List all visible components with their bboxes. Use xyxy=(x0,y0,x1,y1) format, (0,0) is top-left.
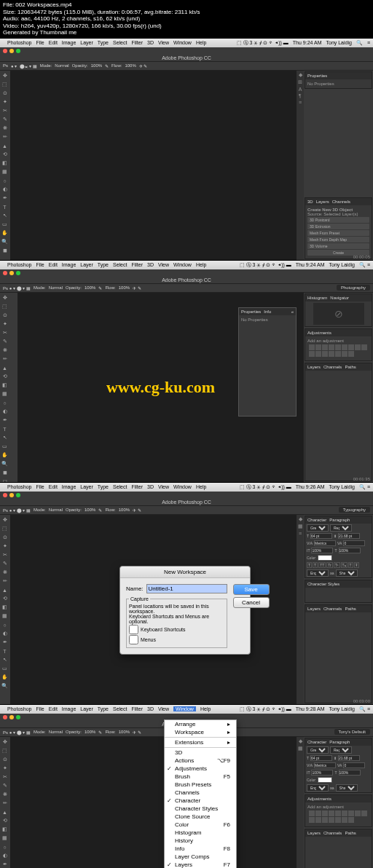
menu-item-layers[interactable]: LayersF7 xyxy=(165,861,236,868)
canvas[interactable] xyxy=(10,71,297,260)
menu-item-workspace[interactable]: Workspace▸ xyxy=(165,728,236,736)
type-tool[interactable]: T xyxy=(1,203,9,211)
flow-value[interactable]: 100% xyxy=(125,63,136,68)
3d-extrusion[interactable]: 3D Extrusion xyxy=(307,224,369,229)
menu-window-open[interactable]: Window xyxy=(173,706,196,711)
panel-icon[interactable]: ≡ xyxy=(297,100,303,105)
3d-postcard[interactable]: 3D Postcard xyxy=(307,217,369,223)
mesh-preset[interactable]: Mesh From Preset xyxy=(307,230,369,236)
stamp-tool[interactable]: ▲ xyxy=(1,142,9,150)
brush-preset[interactable]: ● ▾ xyxy=(11,63,17,68)
menu-help[interactable]: Help xyxy=(196,40,206,45)
lasso-tool[interactable]: ⊙ xyxy=(1,90,9,98)
menu-item-brush-presets[interactable]: Brush Presets xyxy=(165,781,236,789)
heal-tool[interactable]: ❋ xyxy=(1,125,9,133)
workspace-badge[interactable]: Tony's Default xyxy=(334,729,371,735)
capture-fieldset: Capture Panel locations will be saved in… xyxy=(126,596,227,648)
char-styles-panel: Character Styles xyxy=(305,580,372,603)
menu-item-extensions[interactable]: Extensions▸ xyxy=(165,738,236,746)
menu-item-clone-source[interactable]: Clone Source xyxy=(165,813,236,821)
panel-dock: CharacterParagraph Great VibesRegular T⬍… xyxy=(304,737,373,868)
move-tool[interactable]: ✥ xyxy=(1,72,9,80)
menu-edit[interactable]: Edit xyxy=(49,40,58,45)
color-swatch[interactable] xyxy=(318,555,332,561)
brush-tool[interactable]: ✏ xyxy=(1,133,9,141)
menu-item-actions[interactable]: Actions⌥F9 xyxy=(165,757,236,765)
floating-properties[interactable]: PropertiesInfo« No Properties xyxy=(238,307,297,417)
colors[interactable]: ◼ xyxy=(1,247,9,255)
menu-item-layer-comps[interactable]: Layer Comps xyxy=(165,853,236,861)
dodge-tool[interactable]: ◐ xyxy=(1,186,9,194)
menu-file[interactable]: File xyxy=(36,40,44,45)
3d-volume[interactable]: 3D Volume xyxy=(307,243,369,249)
menubar-icons: ⬚ Ⓐ 3 ⚹ ᚋ ⊙ ᯤ ◀)) ▬ xyxy=(237,39,288,47)
toolbox: ✥⬚⊙✦✂✎❋✏▲⟲◧▦○◐✒T↖▭✋🔍◼◻ xyxy=(0,293,17,482)
character-panel: CharacterParagraph Great VibesRegular T⬍… xyxy=(305,738,372,793)
notif-icon[interactable]: ≡ xyxy=(367,40,370,45)
histogram-panel: HistogramNavigator ⊘ xyxy=(305,293,372,327)
new-workspace-dialog: New Workspace Name: Capture Panel locati… xyxy=(119,566,251,655)
menu-item-histogram[interactable]: Histogram xyxy=(165,829,236,837)
workspace-badge[interactable]: Typography xyxy=(339,507,370,513)
save-button[interactable]: Save xyxy=(233,584,270,595)
pressure-icon[interactable]: ✎ xyxy=(105,63,109,68)
menu-type[interactable]: Type xyxy=(98,40,109,45)
airbrush-icon[interactable]: ✈ ✎ xyxy=(139,63,148,68)
blur-tool[interactable]: ○ xyxy=(1,177,9,185)
canvas[interactable] xyxy=(10,737,297,868)
menu-item-3d[interactable]: 3D xyxy=(165,749,236,757)
menu-3d[interactable]: 3D xyxy=(147,40,154,45)
properties-panel: Properties No Properties xyxy=(305,71,372,89)
watermark: www.cg-ku.com xyxy=(106,378,215,397)
layers-panel: LayersChannelsPaths xyxy=(305,829,372,868)
menus-check[interactable] xyxy=(129,635,138,644)
hand-tool[interactable]: ✋ xyxy=(1,229,9,237)
menu-image[interactable]: Image xyxy=(62,40,76,45)
menu-photoshop[interactable]: Photoshop xyxy=(7,40,31,45)
menu-item-brush[interactable]: BrushF5 xyxy=(165,773,236,781)
menu-item-adjustments[interactable]: Adjustments xyxy=(165,765,236,773)
pen-tool[interactable]: ✒ xyxy=(1,194,9,202)
spotlight-icon[interactable]: 🔍 xyxy=(356,40,363,46)
cancel-button[interactable]: Cancel xyxy=(233,597,270,608)
crop-tool[interactable]: ✂ xyxy=(1,107,9,115)
zoom-button[interactable] xyxy=(16,49,20,53)
menu-item-info[interactable]: InfoF8 xyxy=(165,845,236,853)
menu-item-character-styles[interactable]: Character Styles xyxy=(165,805,236,813)
wand-tool[interactable]: ✦ xyxy=(1,98,9,106)
menu-item-channels[interactable]: Channels xyxy=(165,789,236,797)
workspace-name-input[interactable] xyxy=(146,584,227,593)
close-button[interactable] xyxy=(3,49,7,53)
eraser-tool[interactable]: ◧ xyxy=(1,159,9,167)
menu-item-arrange[interactable]: Arrange▸ xyxy=(165,720,236,728)
panel-icon[interactable]: ¶ xyxy=(297,93,303,98)
eyedrop-tool[interactable]: ✎ xyxy=(1,116,9,124)
menu-select[interactable]: Select xyxy=(113,40,127,45)
minimize-button[interactable] xyxy=(9,49,14,53)
mode-select[interactable]: Normal xyxy=(55,63,68,68)
history-tool[interactable]: ⟲ xyxy=(1,151,9,159)
marquee-tool[interactable]: ⬚ xyxy=(1,81,9,89)
kb-shortcuts-check[interactable] xyxy=(129,625,138,634)
mesh-depth[interactable]: Mesh From Depth Map xyxy=(307,237,369,242)
zoom-tool[interactable]: 🔍 xyxy=(1,238,9,246)
menu-item-history[interactable]: History xyxy=(165,837,236,845)
path-tool[interactable]: ↖ xyxy=(1,212,9,220)
ps-icon[interactable]: Ps xyxy=(3,63,8,68)
menu-layer[interactable]: Layer xyxy=(80,40,93,45)
menu-window[interactable]: Window xyxy=(173,40,192,45)
workspace-badge[interactable]: Photography xyxy=(337,285,370,291)
opacity-value[interactable]: 100% xyxy=(91,63,102,68)
canvas[interactable]: New Workspace Name: Capture Panel locati… xyxy=(10,515,297,704)
shape-tool[interactable]: ▭ xyxy=(1,221,9,229)
panel-icon[interactable]: A xyxy=(297,87,303,92)
canvas[interactable]: www.cg-ku.com PropertiesInfo« No Propert… xyxy=(17,293,304,482)
tool-preset[interactable]: ⬤₍₂₎ ▾ ▦ xyxy=(20,63,36,68)
menu-filter[interactable]: Filter xyxy=(131,40,143,45)
menu-item-character[interactable]: Character xyxy=(165,797,236,805)
menu-view[interactable]: View xyxy=(158,40,169,45)
panel-icon[interactable]: ◆ xyxy=(297,72,303,78)
panel-icon[interactable]: ⊞ xyxy=(297,79,303,85)
menu-item-color[interactable]: ColorF6 xyxy=(165,821,236,829)
gradient-tool[interactable]: ▦ xyxy=(1,168,9,176)
